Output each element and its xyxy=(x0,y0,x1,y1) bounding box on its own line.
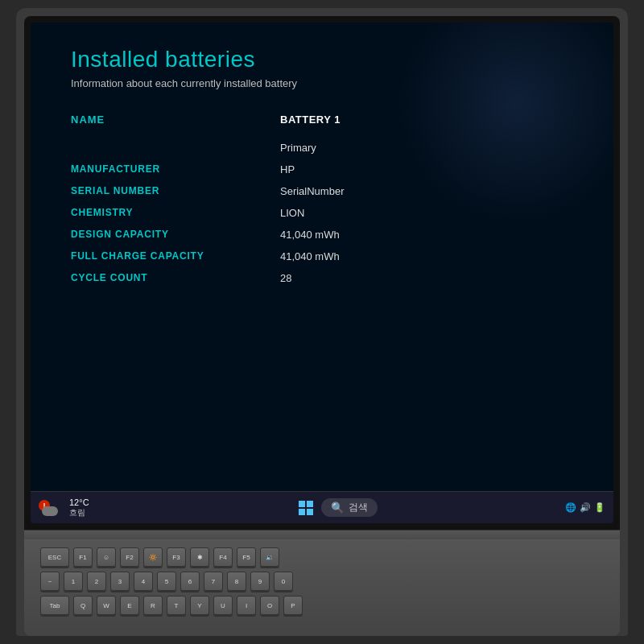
key-vol[interactable]: 🔉 xyxy=(260,547,279,567)
key-3[interactable]: 3 xyxy=(110,572,130,591)
taskbar-right: 🌐 🔊 🔋 xyxy=(557,502,605,513)
key-9[interactable]: 9 xyxy=(250,572,270,591)
key-1[interactable]: 1 xyxy=(64,572,83,591)
key-q[interactable]: Q xyxy=(73,596,93,615)
value-cycle-count: 28 xyxy=(280,267,581,289)
value-manufacturer: HP xyxy=(280,159,581,180)
keyboard-row-3: Tab Q W E R T Y U I O P xyxy=(40,596,604,615)
key-f2[interactable]: F2 xyxy=(120,547,139,567)
label-full-charge-capacity: FULL CHARGE CAPACITY xyxy=(71,246,280,267)
key-i[interactable]: I xyxy=(237,596,256,615)
key-emoji[interactable]: ☺ xyxy=(97,547,116,567)
key-6[interactable]: 6 xyxy=(180,572,200,591)
taskbar-left: ! 12°C 흐림 xyxy=(39,497,119,518)
key-y[interactable]: Y xyxy=(190,596,209,615)
key-u[interactable]: U xyxy=(213,596,233,615)
key-e[interactable]: E xyxy=(120,596,139,615)
laptop-outer: Installed batteries Information about ea… xyxy=(16,8,628,636)
page-subtitle: Information about each currently install… xyxy=(71,77,581,89)
battery-name-value: Primary xyxy=(280,137,581,159)
key-f5[interactable]: F5 xyxy=(237,547,256,567)
value-design-capacity: 41,040 mWh xyxy=(280,224,581,246)
weather-info: 12°C 흐림 xyxy=(69,497,89,518)
key-2[interactable]: 2 xyxy=(87,572,106,591)
key-o[interactable]: O xyxy=(260,596,279,615)
battery-icon: 🔋 xyxy=(594,502,605,513)
key-4[interactable]: 4 xyxy=(134,572,153,591)
weather-temp: 12°C xyxy=(69,497,89,508)
key-tilde[interactable]: ~ xyxy=(40,572,60,591)
key-r[interactable]: R xyxy=(143,596,163,615)
keyboard-row-2: ~ 1 2 3 4 5 6 7 8 9 0 xyxy=(40,572,604,591)
network-icon: 🌐 xyxy=(565,502,576,513)
screen: Installed batteries Information about ea… xyxy=(31,23,613,523)
keyboard: ESC F1 ☺ F2 🔆 F3 ✱ F4 F5 🔉 ~ 1 2 3 4 5 6… xyxy=(24,539,620,636)
search-label: 검색 xyxy=(349,501,368,514)
label-design-capacity: DESIGN CAPACITY xyxy=(71,224,280,246)
value-chemistry: LION xyxy=(280,202,581,224)
key-f1[interactable]: F1 xyxy=(73,547,93,567)
key-5[interactable]: 5 xyxy=(157,572,176,591)
key-p[interactable]: P xyxy=(283,596,303,615)
keyboard-row-1: ESC F1 ☺ F2 🔆 F3 ✱ F4 F5 🔉 xyxy=(40,547,604,567)
search-box[interactable]: 🔍 검색 xyxy=(321,498,378,517)
label-serial-number: SERIAL NUMBER xyxy=(71,180,280,202)
key-tab[interactable]: Tab xyxy=(40,596,69,615)
key-w[interactable]: W xyxy=(97,596,116,615)
windows-logo[interactable] xyxy=(299,501,313,515)
key-7[interactable]: 7 xyxy=(204,572,223,591)
volume-icon: 🔊 xyxy=(580,502,591,513)
key-esc[interactable]: ESC xyxy=(40,547,69,567)
value-full-charge-capacity: 41,040 mWh xyxy=(280,246,581,267)
key-f4[interactable]: F4 xyxy=(213,547,233,567)
key-t[interactable]: T xyxy=(167,596,186,615)
key-0[interactable]: 0 xyxy=(274,572,293,591)
screen-content: Installed batteries Information about ea… xyxy=(31,23,613,491)
col-name-header: NAME xyxy=(71,114,280,129)
taskbar-system-icons: 🌐 🔊 🔋 xyxy=(565,502,605,513)
key-f3[interactable]: F3 xyxy=(167,547,186,567)
col-battery-header: BATTERY 1 xyxy=(280,114,581,129)
label-manufacturer: MANUFACTURER xyxy=(71,159,280,180)
key-star[interactable]: ✱ xyxy=(190,547,209,567)
value-serial-number: SerialNumber xyxy=(280,180,581,202)
label-chemistry: CHEMISTRY xyxy=(71,202,280,224)
weather-condition: 흐림 xyxy=(69,508,89,518)
screen-bezel: Installed batteries Information about ea… xyxy=(24,16,620,530)
label-cycle-count: CYCLE COUNT xyxy=(71,267,280,289)
page-title: Installed batteries xyxy=(71,47,581,72)
key-8[interactable]: 8 xyxy=(227,572,246,591)
taskbar-center[interactable]: 🔍 검색 xyxy=(119,498,557,517)
battery-table: NAME BATTERY 1 Primary MANUFACTURER HP S… xyxy=(71,114,581,289)
search-icon: 🔍 xyxy=(331,502,344,514)
laptop-hinge xyxy=(24,530,620,539)
taskbar: ! 12°C 흐림 xyxy=(31,491,613,523)
key-bright[interactable]: 🔆 xyxy=(143,547,163,567)
